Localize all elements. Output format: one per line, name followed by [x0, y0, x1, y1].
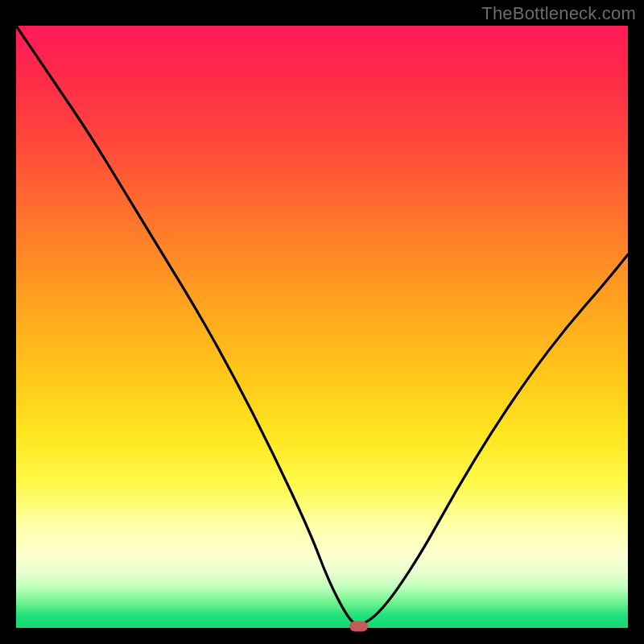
bottleneck-curve	[16, 26, 628, 628]
optimal-marker	[350, 621, 368, 631]
plot-area	[16, 26, 628, 628]
watermark-text: TheBottleneck.com	[481, 3, 636, 24]
curve-path	[16, 26, 628, 625]
chart-frame: TheBottleneck.com	[0, 0, 644, 644]
